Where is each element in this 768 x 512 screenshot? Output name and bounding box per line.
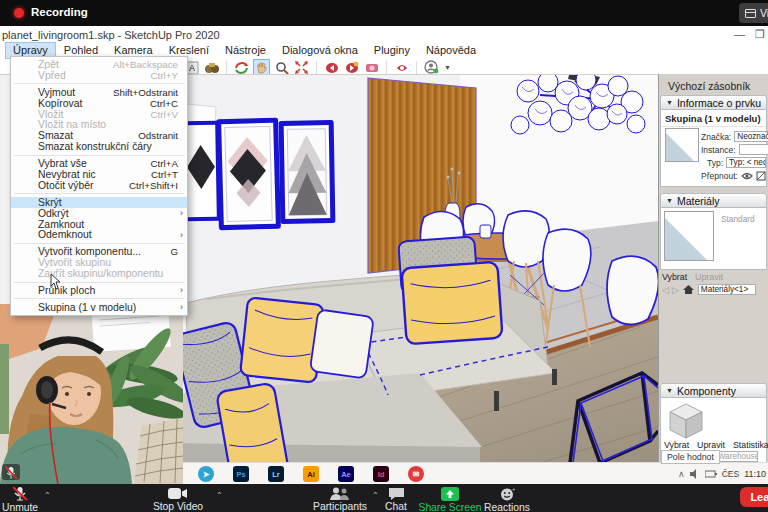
tab-upravit[interactable]: Upravit <box>695 272 723 282</box>
speaker-icon[interactable] <box>690 469 700 479</box>
share-screen-button[interactable]: Share Screen <box>414 487 486 512</box>
taskbar-app-photoshop[interactable]: Ps <box>233 466 249 482</box>
menu-item-prunik-ploch[interactable]: Průnik ploch› <box>11 285 187 296</box>
zoom-icon[interactable] <box>274 60 289 75</box>
material-name: Standard <box>721 214 755 224</box>
menubar-item-dialogova-okna[interactable]: Dialogová okna <box>275 43 365 58</box>
next-view-icon[interactable] <box>344 60 359 75</box>
tab-upravit[interactable]: Upravit <box>697 440 725 450</box>
taskbar-app-after-effects[interactable]: Ae <box>338 466 354 482</box>
taskbar-app-illustrator[interactable]: Ai <box>303 466 319 482</box>
menu-item-vybrat-vse[interactable]: Vybrat všeCtrl+A <box>11 158 187 169</box>
picture-frames[interactable] <box>183 120 333 227</box>
participants-label: Participants <box>313 501 367 512</box>
menu-item-odkryt[interactable]: Odkrýt› <box>11 208 187 219</box>
materials-dropdown[interactable]: Materiály<1> <box>698 284 756 295</box>
orbit-icon[interactable] <box>234 60 249 75</box>
muted-mic-icon <box>2 464 20 480</box>
chat-label: Chat <box>385 501 407 512</box>
participants-button[interactable]: Participants <box>310 487 370 512</box>
zoom-view-button[interactable]: View <box>739 3 768 23</box>
language-indicator[interactable]: ČES <box>722 469 739 479</box>
menubar-item-napoveda[interactable]: Nápověda <box>419 43 483 58</box>
user-account-icon[interactable] <box>424 60 439 75</box>
menu-item-zavrit-skupinukomponentu[interactable]: Zavřít skupinu/komponentu <box>11 268 187 279</box>
webcam-video[interactable] <box>0 304 183 484</box>
instance-input[interactable] <box>739 144 768 155</box>
forward-arrow-icon[interactable]: ▷ <box>672 285 679 295</box>
reactions-button[interactable]: + Reactions <box>478 487 536 512</box>
submenu-arrow-icon: › <box>180 230 183 240</box>
menu-item-smazat-konstrukcni-cary[interactable]: Smazat konstrukční čáry <box>11 141 187 152</box>
menu-item-otocit-vyber[interactable]: Otočit výběrCtrl+Shift+I <box>11 180 187 191</box>
back-arrow-icon[interactable]: ◁ <box>662 285 669 295</box>
menu-item-vytvorit-skupinu[interactable]: Vytvořit skupinu <box>11 257 187 268</box>
reactions-label: Reactions <box>484 502 530 512</box>
entity-info-header[interactable]: ▼ Informace o prvku <box>660 95 767 110</box>
video-options-chevron[interactable]: ⌃ <box>216 491 223 500</box>
collapse-triangle-icon: ▼ <box>666 387 673 394</box>
pillow-yellow-mid[interactable] <box>240 297 324 383</box>
menu-item-kopirovat[interactable]: KopírovatCtrl+C <box>11 98 187 109</box>
position-camera-icon[interactable] <box>364 60 379 75</box>
menu-item-vlozit-na-misto[interactable]: Vložit na místo <box>11 119 187 130</box>
menu-shortcut: Ctrl+T <box>151 169 178 180</box>
taskbar-app-telegram[interactable]: ➤ <box>198 466 214 482</box>
look-around-icon[interactable] <box>394 60 409 75</box>
menu-item-label: Vyjmout <box>38 87 113 98</box>
taskbar-app-mail[interactable]: ✉ <box>408 466 424 482</box>
pillow-white[interactable] <box>310 309 374 378</box>
menu-item-vyjmout[interactable]: VyjmoutShift+Odstranit <box>11 87 187 98</box>
smiley-icon: + <box>500 487 515 501</box>
field-label: Instance: <box>701 145 739 155</box>
svg-text:A: A <box>188 63 194 73</box>
menubar-item-pluginy[interactable]: Pluginy <box>367 43 417 58</box>
taskbar-app-lightroom[interactable]: Lr <box>268 466 284 482</box>
previous-view-icon[interactable] <box>324 60 339 75</box>
materials-header[interactable]: ▼ Materiály <box>660 193 767 208</box>
toggle-icons[interactable] <box>741 170 766 182</box>
leave-button[interactable]: Leave <box>740 487 768 507</box>
tab-vybrat[interactable]: Vybrat <box>662 272 687 282</box>
taskbar-app-indesign[interactable]: Id <box>373 466 389 482</box>
home-icon[interactable] <box>682 284 695 295</box>
menu-item-label: Skrýt <box>38 197 178 208</box>
materials-panel: Standard <box>660 208 767 270</box>
menu-item-vlozit[interactable]: VložitCtrl+V <box>11 109 187 120</box>
menu-shortcut: Odstranit <box>138 130 178 141</box>
menu-item-label: Smazat konstrukční čáry <box>38 141 178 152</box>
menu-item-odemknout[interactable]: Odemknout› <box>11 229 187 240</box>
menu-item-vpred[interactable]: VpředCtrl+Y <box>11 70 187 81</box>
collapse-triangle-icon: ▼ <box>666 99 673 106</box>
clock[interactable]: 11:10 <box>744 469 766 479</box>
tab-statistika[interactable]: Statistika <box>733 440 768 450</box>
minimize-button[interactable]: — <box>734 28 745 40</box>
type-select[interactable]: Typ: < nedefinován <box>726 157 766 168</box>
chevron-down-icon[interactable]: ▼ <box>444 64 451 71</box>
menu-item-skryt[interactable]: Skrýt <box>11 197 187 208</box>
dining-chair[interactable] <box>607 256 658 324</box>
tray-chevron-icon[interactable]: ∧ <box>678 469 685 479</box>
menu-item-smazat[interactable]: SmazatOdstranit <box>11 130 187 141</box>
menu-item-skupina-1-v-modelu[interactable]: Skupina (1 v modelu)› <box>11 302 187 313</box>
pan-icon[interactable] <box>254 60 269 75</box>
tab-vybrat[interactable]: Vybrat <box>664 440 689 450</box>
mouse-cursor-icon <box>50 274 62 290</box>
pillow-yellow-big[interactable] <box>401 262 502 345</box>
components-header[interactable]: ▼ Komponenty <box>660 383 767 398</box>
submenu-arrow-icon: › <box>180 208 183 218</box>
battery-icon[interactable] <box>705 470 717 478</box>
menubar-item-nastroje[interactable]: Nástroje <box>218 43 273 58</box>
restore-button[interactable]: ❐ <box>755 28 765 41</box>
tag-select[interactable]: Neoznačené <box>734 131 768 142</box>
menu-item-vytvorit-komponentu[interactable]: Vytvořit komponentu...G <box>11 246 187 257</box>
mic-options-chevron[interactable]: ⌃ <box>44 491 51 500</box>
menu-item-nevybrat-nic[interactable]: Nevybrat nicCtrl+T <box>11 169 187 180</box>
menu-item-zpet[interactable]: ZpětAlt+Backspace <box>11 59 187 70</box>
share-screen-icon <box>440 487 460 501</box>
chat-button[interactable]: Chat <box>374 487 418 512</box>
stop-video-button[interactable]: Stop Video <box>146 487 210 512</box>
zoom-extents-icon[interactable] <box>294 60 309 75</box>
menu-item-zamknout[interactable]: Zamknout <box>11 219 187 230</box>
binoculars-icon[interactable] <box>204 60 219 75</box>
